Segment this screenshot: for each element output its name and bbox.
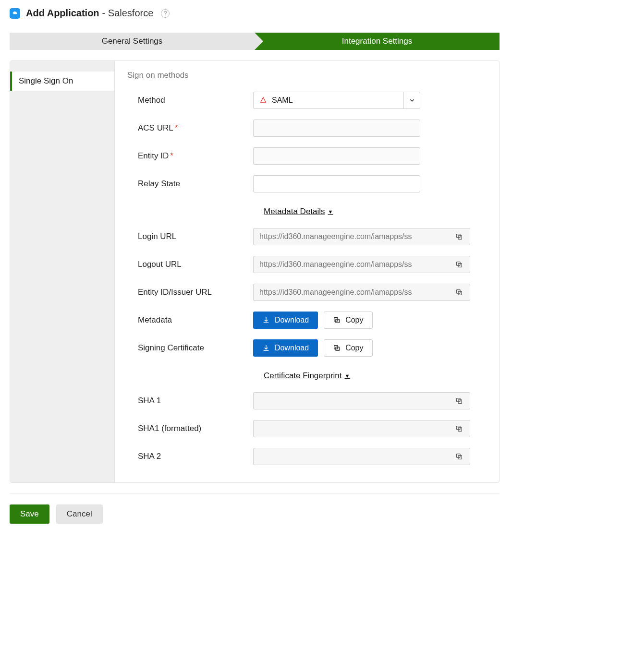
copy-icon [455,453,463,460]
label-entity-id: Entity ID* [127,151,253,161]
settings-card: Single Sign On Sign on methods Method SA… [10,60,500,483]
cancel-button[interactable]: Cancel [56,504,103,524]
label-relay-state: Relay State [127,179,253,189]
page-title: Add Application - Salesforce [26,8,153,19]
copy-icon [333,316,341,324]
issuer-url-field [253,284,470,301]
label-logout-url: Logout URL [127,260,253,269]
copy-icon [333,344,341,352]
sha1-fmt-input[interactable] [254,420,449,437]
step-integration-settings[interactable]: Integration Settings [255,33,500,50]
salesforce-icon [10,8,20,19]
save-button[interactable]: Save [10,504,49,524]
download-icon [262,344,270,352]
sha1-input[interactable] [254,393,449,409]
caret-down-icon: ▼ [345,373,350,379]
download-icon [262,316,270,324]
logout-url-field [253,256,470,273]
entity-id-input[interactable] [253,147,420,165]
method-select-value: SAML [272,96,293,105]
download-cert-button[interactable]: Download [253,339,318,357]
label-signing-cert: Signing Certificate [127,343,253,353]
copy-sha1-fmt-button[interactable] [449,420,470,437]
metadata-details-toggle[interactable]: Metadata Details ▼ [264,207,333,216]
sha2-field [253,448,470,465]
login-url-field [253,228,470,245]
caret-down-icon: ▼ [328,209,333,215]
label-sha1-fmt: SHA1 (formatted) [127,424,253,433]
label-method: Method [127,96,253,105]
copy-icon [455,397,463,405]
cert-fingerprint-toggle[interactable]: Certificate Fingerprint ▼ [264,371,350,381]
label-issuer-url: Entity ID/Issuer URL [127,288,253,297]
copy-sha1-button[interactable] [449,393,470,409]
wizard-stepper: General Settings Integration Settings [10,33,500,50]
sidebar-item-sso[interactable]: Single Sign On [10,72,114,91]
label-metadata: Metadata [127,315,253,325]
copy-cert-button[interactable]: Copy [324,339,372,357]
method-select[interactable]: SAML [253,92,420,109]
sha1-fmt-field [253,420,470,437]
copy-login-url-button[interactable] [449,228,470,245]
form-footer: Save Cancel [10,493,500,524]
copy-issuer-url-button[interactable] [449,284,470,300]
label-login-url: Login URL [127,232,253,241]
copy-icon [455,233,463,240]
copy-icon [455,261,463,268]
login-url-input[interactable] [254,228,449,245]
logout-url-input[interactable] [254,256,449,273]
copy-sha2-button[interactable] [449,448,470,465]
relay-state-input[interactable] [253,175,420,192]
section-title: Sign on methods [127,71,487,80]
saml-icon [259,96,267,104]
issuer-url-input[interactable] [254,284,449,300]
copy-metadata-button[interactable]: Copy [324,312,372,329]
sha1-field [253,392,470,409]
label-acs-url: ACS URL* [127,123,253,133]
copy-icon [455,288,463,296]
chevron-down-icon [403,92,420,108]
settings-main: Sign on methods Method SAML [115,61,499,482]
acs-url-input[interactable] [253,120,420,137]
help-icon[interactable]: ? [161,9,170,18]
copy-logout-url-button[interactable] [449,256,470,273]
copy-icon [455,425,463,432]
label-sha2: SHA 2 [127,452,253,461]
sha2-input[interactable] [254,448,449,465]
step-general-settings[interactable]: General Settings [10,33,255,50]
download-metadata-button[interactable]: Download [253,312,318,329]
settings-sidebar: Single Sign On [10,61,115,482]
label-sha1: SHA 1 [127,396,253,406]
page-header: Add Application - Salesforce ? [10,5,500,26]
